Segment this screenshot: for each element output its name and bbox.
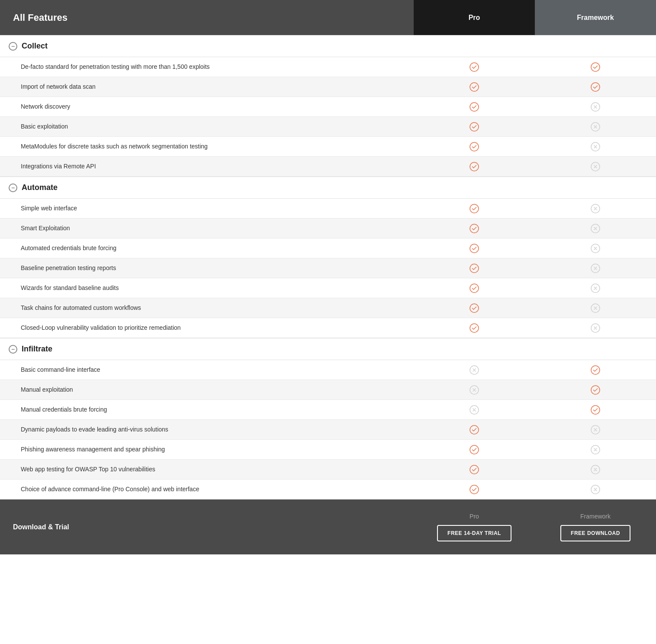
section-title-automate: −Automate — [0, 183, 414, 192]
feature-label: Web app testing for OWASP Top 10 vulnera… — [0, 460, 414, 479]
feature-pro-cell — [414, 161, 535, 172]
feature-label: Integrations via Remote API — [0, 157, 414, 176]
feature-label: Closed-Loop vulnerability validation to … — [0, 319, 414, 338]
footer: Download & Trial Pro FREE 14-DAY TRIAL F… — [0, 499, 656, 554]
svg-point-0 — [470, 63, 479, 71]
sections-container: −CollectDe-facto standard for penetratio… — [0, 35, 656, 499]
section-label-automate: Automate — [22, 183, 58, 192]
section-header-collect: −Collect — [0, 35, 656, 57]
svg-point-29 — [591, 386, 600, 394]
feature-framework-cell — [535, 223, 656, 234]
feature-framework-cell — [535, 142, 656, 152]
feature-pro-cell — [414, 484, 535, 495]
feature-row: Phishing awareness management and spear … — [0, 440, 656, 460]
feature-pro-cell — [414, 82, 535, 92]
feature-row: De-facto standard for penetration testin… — [0, 57, 656, 77]
feature-framework-cell — [535, 102, 656, 112]
feature-label: Import of network data scan — [0, 77, 414, 97]
feature-label: Automated credentials brute forcing — [0, 239, 414, 258]
feature-label: Manual exploitation — [0, 380, 414, 399]
svg-point-18 — [470, 264, 479, 273]
feature-row: Import of network data scan — [0, 77, 656, 97]
feature-pro-cell — [414, 323, 535, 333]
footer-framework-title: Framework — [580, 513, 611, 520]
feature-row: Closed-Loop vulnerability validation to … — [0, 318, 656, 338]
feature-row: Manual exploitation — [0, 380, 656, 400]
feature-pro-cell — [414, 203, 535, 214]
svg-point-38 — [470, 485, 479, 494]
svg-point-34 — [470, 445, 479, 454]
feature-row: Choice of advance command-line (Pro Cons… — [0, 480, 656, 499]
svg-point-20 — [470, 284, 479, 293]
feature-pro-cell — [414, 223, 535, 234]
svg-point-8 — [470, 142, 479, 151]
feature-row: Wizards for standard baseline audits — [0, 278, 656, 298]
feature-label: Task chains for automated custom workflo… — [0, 299, 414, 318]
feature-pro-cell — [414, 283, 535, 293]
feature-label: Manual credentials brute forcing — [0, 400, 414, 419]
feature-label: De-facto standard for penetration testin… — [0, 58, 414, 77]
feature-label: Baseline penetration testing reports — [0, 259, 414, 278]
feature-framework-cell — [535, 303, 656, 313]
feature-label: Wizards for standard baseline audits — [0, 279, 414, 298]
feature-pro-cell — [414, 122, 535, 132]
feature-pro-cell — [414, 464, 535, 475]
svg-point-14 — [470, 224, 479, 233]
feature-framework-cell — [535, 203, 656, 214]
section-header-automate: −Automate — [0, 177, 656, 199]
feature-row: Network discovery — [0, 97, 656, 117]
svg-point-1 — [591, 63, 600, 71]
collapse-icon-automate[interactable]: − — [9, 184, 17, 192]
feature-label: Network discovery — [0, 97, 414, 116]
feature-framework-cell — [535, 385, 656, 395]
feature-row: Dynamic payloads to evade leading anti-v… — [0, 420, 656, 440]
feature-row: Baseline penetration testing reports — [0, 258, 656, 278]
section-label-infiltrate: Infiltrate — [22, 345, 52, 354]
header-pro-col: Pro — [414, 0, 535, 35]
svg-point-27 — [591, 366, 600, 374]
footer-pro-title: Pro — [469, 513, 479, 520]
feature-framework-cell — [535, 82, 656, 92]
feature-framework-cell — [535, 425, 656, 435]
feature-row: Integrations via Remote API — [0, 157, 656, 177]
feature-label: Choice of advance command-line (Pro Cons… — [0, 480, 414, 499]
framework-download-button[interactable]: FREE DOWNLOAD — [560, 525, 630, 541]
section-label-collect: Collect — [22, 42, 48, 51]
feature-pro-cell — [414, 303, 535, 313]
feature-row: Simple web interface — [0, 199, 656, 219]
feature-pro-cell — [414, 263, 535, 274]
svg-point-3 — [591, 83, 600, 91]
feature-row: Web app testing for OWASP Top 10 vulnera… — [0, 460, 656, 480]
feature-row: Smart Exploitation — [0, 219, 656, 238]
collapse-icon-infiltrate[interactable]: − — [9, 345, 17, 354]
svg-point-24 — [470, 324, 479, 332]
feature-pro-cell — [414, 243, 535, 254]
feature-framework-cell — [535, 243, 656, 254]
feature-pro-cell — [414, 142, 535, 152]
feature-row: Basic command-line interface — [0, 360, 656, 380]
svg-point-36 — [470, 465, 479, 474]
feature-pro-cell — [414, 444, 535, 455]
svg-point-32 — [470, 425, 479, 434]
svg-point-16 — [470, 244, 479, 253]
feature-pro-cell — [414, 385, 535, 395]
page-container: All Features Pro Framework −CollectDe-fa… — [0, 0, 656, 554]
footer-label: Download & Trial — [0, 523, 414, 531]
pro-trial-button[interactable]: FREE 14-DAY TRIAL — [437, 525, 511, 541]
header: All Features Pro Framework — [0, 0, 656, 35]
feature-framework-cell — [535, 484, 656, 495]
feature-label: Basic command-line interface — [0, 361, 414, 380]
feature-row: MetaModules for discrete tasks such as n… — [0, 137, 656, 157]
feature-framework-cell — [535, 161, 656, 172]
feature-framework-cell — [535, 365, 656, 375]
feature-framework-cell — [535, 323, 656, 333]
section-header-infiltrate: −Infiltrate — [0, 338, 656, 360]
svg-point-2 — [470, 83, 479, 91]
feature-label: MetaModules for discrete tasks such as n… — [0, 137, 414, 156]
feature-label: Dynamic payloads to evade leading anti-v… — [0, 420, 414, 439]
footer-framework: Framework FREE DOWNLOAD — [535, 513, 656, 541]
feature-framework-cell — [535, 464, 656, 475]
collapse-icon-collect[interactable]: − — [9, 42, 17, 51]
feature-row: Basic exploitation — [0, 117, 656, 137]
feature-label: Phishing awareness management and spear … — [0, 440, 414, 459]
